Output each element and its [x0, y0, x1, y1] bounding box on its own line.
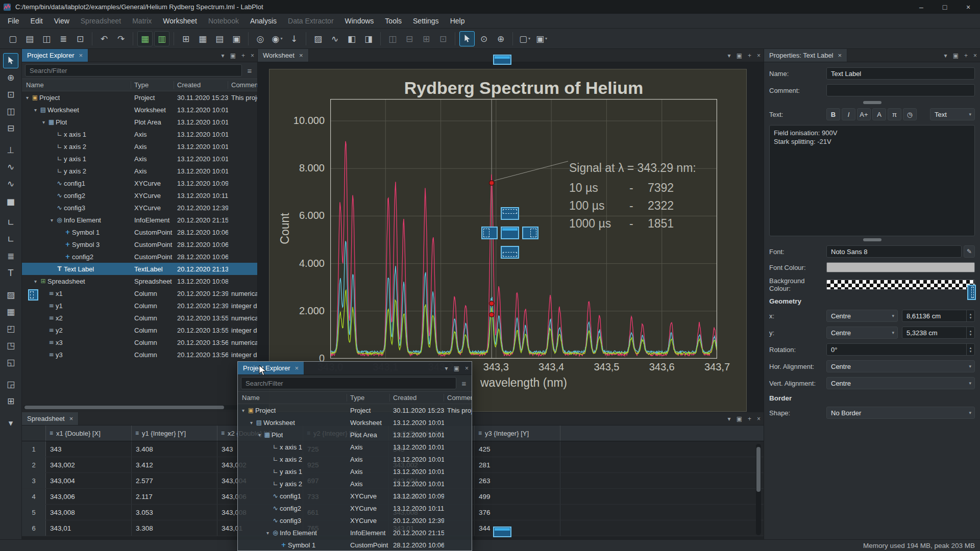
menu-notebook[interactable]: Notebook [203, 14, 244, 28]
expand-icon[interactable]: ▾ [32, 107, 39, 113]
row-number[interactable]: 3 [22, 473, 46, 488]
datetime-button[interactable]: ◷ [903, 108, 917, 120]
pin-panel-icon[interactable]: + [241, 52, 245, 59]
expand-icon[interactable]: ▾ [264, 530, 271, 536]
table-cell[interactable]: 343,008 [46, 505, 132, 520]
zoom-fit-button[interactable]: ⊕ [493, 31, 508, 46]
tree-row-x-axis-2[interactable]: ∟x axis 2Axis13.12.2020 10:01 [22, 140, 257, 153]
table-cell[interactable]: 425 [475, 441, 560, 457]
table-cell[interactable]: 343,01 [46, 520, 132, 536]
tree-row-x-axis-1[interactable]: ∟x axis 1Axis13.12.2020 10:01 [238, 441, 472, 453]
tree-row-y-axis-1[interactable]: ∟y axis 1Axis13.12.2020 10:01 [22, 153, 257, 165]
tree-row-y-axis-1[interactable]: ∟y axis 1Axis13.12.2020 10:01 [238, 465, 472, 478]
pointer-mode-button[interactable] [459, 31, 475, 46]
search-input[interactable] [25, 64, 242, 77]
resize-handle[interactable] [863, 101, 881, 104]
column-header-type[interactable]: Type [131, 81, 174, 89]
row-number[interactable]: 2 [22, 457, 46, 472]
close-panel-icon[interactable]: × [757, 415, 761, 422]
panel-menu-icon[interactable]: ▾ [728, 415, 731, 422]
shift-left-button[interactable]: ◧ [344, 31, 359, 46]
table-cell[interactable]: 343 [46, 441, 132, 457]
tree-row-config3[interactable]: ∿config3XYCurve20.12.2020 12:39 [238, 514, 472, 527]
split-view-bottom-button[interactable]: ⊟ [402, 31, 417, 46]
new-spreadsheet-button[interactable]: ⊞ [178, 31, 193, 46]
tree-row-project[interactable]: ▾▣ProjectProject30.11.2020 15:23This pro… [238, 404, 472, 416]
bold-button[interactable]: B [826, 108, 840, 120]
column-header-type[interactable]: Type [347, 394, 390, 402]
font-field[interactable] [826, 245, 962, 258]
tree-row-config2[interactable]: ∿config2XYCurve13.12.2020 10:11 [238, 502, 472, 514]
close-panel-icon[interactable]: × [465, 365, 469, 372]
arrange-button[interactable]: ⊞ [3, 393, 18, 409]
zoom-mode-button[interactable]: ▣▾ [534, 31, 549, 46]
pin-panel-icon[interactable]: + [748, 52, 751, 59]
search-input[interactable] [241, 377, 456, 389]
menu-edit[interactable]: Edit [25, 14, 48, 28]
menu-file[interactable]: File [2, 14, 25, 28]
shift-right-button[interactable]: ◨ [361, 31, 376, 46]
add-image-button[interactable]: ▨ [3, 287, 18, 303]
grid-top-left-button[interactable]: ◰ [3, 321, 18, 336]
undock-panel-icon[interactable]: ▣ [737, 415, 742, 422]
split-view-left-button[interactable]: ◫ [385, 31, 400, 46]
expand-icon[interactable]: ▾ [48, 217, 55, 223]
redo-button[interactable]: ↷ [113, 31, 129, 46]
vertical-scrollbar[interactable] [756, 444, 761, 535]
font-colour-swatch[interactable] [826, 262, 975, 272]
x-offset-spinbox[interactable]: 8,61136 cm ▴▾ [902, 310, 975, 322]
table-cell[interactable]: 3.412 [132, 457, 217, 472]
tree-row-x-axis-1[interactable]: ∟x axis 1Axis13.12.2020 10:01 [22, 128, 257, 140]
import-button[interactable]: ↓ [286, 31, 302, 46]
open-project-button[interactable]: ▤ [22, 31, 37, 46]
column-header-created[interactable]: Created [174, 81, 228, 89]
undock-panel-icon[interactable]: ▣ [737, 52, 742, 59]
table-cell[interactable]: 343,006 [46, 489, 132, 504]
menu-data-extractor[interactable]: Data Extractor [282, 14, 339, 28]
datapicker-curve-button[interactable]: ∿ [327, 31, 342, 46]
spin-down-icon[interactable]: ▾ [970, 349, 972, 353]
name-field[interactable] [826, 67, 975, 80]
grid-bottom-right-button[interactable]: ◲ [3, 377, 18, 392]
tree-row-config2[interactable]: ∿config2XYCurve13.12.2020 10:11 [22, 189, 257, 202]
tree-row-project[interactable]: ▾▣ProjectProject30.11.2020 15:23This pro… [22, 91, 257, 104]
add-axis-button[interactable]: ∟ [3, 215, 18, 230]
grid-bottom-left-button[interactable]: ◱ [3, 355, 18, 370]
spin-down-icon[interactable]: ▾ [970, 333, 972, 336]
tree-row-text-label[interactable]: TText LabelTextLabel20.12.2020 21:13 [22, 263, 257, 275]
x-position-select[interactable]: Centre ▾ [826, 310, 898, 322]
filter-icon[interactable]: ≡ [459, 379, 469, 388]
expand-icon[interactable]: ▾ [40, 119, 47, 125]
colour-picker-button[interactable]: ◎ [253, 31, 268, 46]
spin-up-icon[interactable]: ▴ [970, 346, 972, 349]
row-number[interactable]: 5 [22, 505, 46, 520]
plot-title[interactable]: Rydberg Spectrum of Helium [330, 78, 717, 98]
rotation-spinbox[interactable]: 0° ▴▾ [826, 343, 975, 356]
close-split-button[interactable]: ⊡ [435, 31, 451, 46]
expand-icon[interactable]: ▾ [32, 279, 39, 284]
add-histogram-button[interactable]: ▅ [3, 193, 18, 208]
tree-row-y2[interactable]: ≡y2Column20.12.2020 13:55integer da [22, 324, 257, 336]
tree-row-x3[interactable]: ≡x3Column20.12.2020 13:56numerical [22, 336, 257, 348]
font-size-up-button[interactable]: A+ [857, 108, 871, 120]
add-text-label-button[interactable]: T [3, 265, 18, 281]
tree-row-symbol-3[interactable]: +Symbol 3CustomPoint28.12.2020 10:06 [22, 238, 257, 251]
toggle-properties-button[interactable]: ▥ [154, 31, 169, 46]
expand-icon[interactable]: ▾ [248, 420, 255, 425]
column-header-name[interactable]: Name [238, 394, 347, 402]
tab-properties-text-label[interactable]: Properties: Text Label × [764, 49, 847, 62]
table-cell[interactable]: 343,002 [46, 457, 132, 472]
italic-button[interactable]: I [842, 108, 855, 120]
column-header-comment[interactable]: Comment [444, 394, 472, 402]
new-matrix-button[interactable]: ▦ [195, 31, 210, 46]
tree-row-config2[interactable]: +config2CustomPoint28.12.2020 10:06 [22, 251, 257, 263]
tab-spreadsheet[interactable]: Spreadsheet × [22, 412, 79, 425]
table-cell[interactable]: 2.577 [132, 473, 217, 488]
save-project-button[interactable]: ◫ [39, 31, 54, 46]
datapicker-image-button[interactable]: ▨ [310, 31, 326, 46]
column-header-x1[interactable]: ≡x1 {Double} [X] [46, 425, 132, 441]
navigation-tool[interactable]: ⊕ [3, 70, 18, 85]
pin-panel-icon[interactable]: + [964, 52, 968, 59]
add-equation-curve-button[interactable]: ∿ [3, 176, 18, 191]
menu-tools[interactable]: Tools [379, 14, 407, 28]
